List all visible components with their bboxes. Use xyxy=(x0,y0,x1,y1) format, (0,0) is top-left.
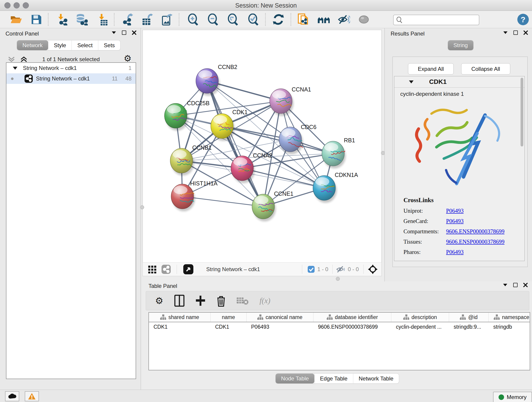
table-cell[interactable]: cyclin-dependent ... xyxy=(391,322,449,332)
search-input[interactable] xyxy=(404,17,479,23)
left-splitter-handle[interactable] xyxy=(140,205,144,209)
export-network-icon[interactable] xyxy=(121,13,133,26)
help-button[interactable]: ? xyxy=(517,14,529,25)
show-columns-icon[interactable] xyxy=(174,295,184,307)
collapse-all-button[interactable]: Collapse All xyxy=(461,63,510,75)
copy-style-icon[interactable] xyxy=(297,13,310,26)
table-cell[interactable]: CDK1 xyxy=(149,322,210,332)
table-cell[interactable]: CDK1 xyxy=(210,322,247,332)
table-cell[interactable]: 9606.ENSP00000378699 xyxy=(313,322,391,332)
function-builder-icon[interactable]: f(x) xyxy=(260,296,270,305)
collapse-all-networks-icon[interactable] xyxy=(8,56,17,63)
tab-edge-table[interactable]: Edge Table xyxy=(314,374,353,383)
panel-collapse-icon[interactable] xyxy=(111,30,116,35)
expand-all-networks-icon[interactable] xyxy=(20,56,29,63)
column-header-canonical-name[interactable]: canonical name xyxy=(247,313,313,322)
network-row-selected[interactable]: String Network – cdk1 11 48 xyxy=(6,73,136,84)
export-table-icon[interactable] xyxy=(140,13,153,26)
panel-float-icon[interactable] xyxy=(513,30,518,35)
network-node-cdk1[interactable] xyxy=(211,114,234,141)
network-collection-row[interactable]: String Network – cdk1 1 xyxy=(6,63,136,73)
hidden-eye-slash-icon[interactable] xyxy=(336,265,346,273)
panel-collapse-icon[interactable] xyxy=(503,30,508,35)
memory-button[interactable]: Memory xyxy=(493,392,532,402)
hide-selected-icon[interactable] xyxy=(337,13,350,26)
panel-float-icon[interactable] xyxy=(513,282,518,287)
first-neighbors-icon[interactable] xyxy=(317,13,330,26)
collection-network-count: 1 xyxy=(128,65,132,71)
open-session-icon[interactable] xyxy=(10,13,22,26)
panel-close-icon[interactable] xyxy=(132,30,137,35)
tab-select[interactable]: Select xyxy=(71,40,98,50)
birds-eye-toggle-icon[interactable] xyxy=(368,264,378,274)
tab-node-table[interactable]: Node Table xyxy=(276,374,314,383)
expand-all-button[interactable]: Expand All xyxy=(408,63,454,75)
column-header-namespace[interactable]: namespace xyxy=(489,313,530,322)
table-cell[interactable]: stringdb:9... xyxy=(449,322,489,332)
network-node-ccna2[interactable] xyxy=(231,156,255,183)
table-row[interactable]: CDK1CDK1P064939606.ENSP00000378699cyclin… xyxy=(149,322,530,332)
network-options-gear-icon[interactable]: ⚙ xyxy=(124,53,132,64)
panel-float-icon[interactable] xyxy=(121,30,127,35)
network-node-cdc25b[interactable] xyxy=(165,103,188,131)
network-canvas[interactable]: CCNB2CCNA1CDC25BCDK1CDC6RB1CCNB1CCNA2CDK… xyxy=(143,30,382,263)
network-graph[interactable]: CCNB2CCNA1CDC25BCDK1CDC6RB1CCNB1CCNA2CDK… xyxy=(143,30,381,262)
disclosure-triangle-icon[interactable] xyxy=(13,67,17,70)
memory-label: Memory xyxy=(507,394,527,400)
network-node-cdkn1a[interactable] xyxy=(313,176,337,203)
warnings-button[interactable] xyxy=(25,391,39,401)
selected-checkbox-icon[interactable] xyxy=(308,266,315,273)
bottom-splitter-handle[interactable] xyxy=(336,277,340,281)
crosslink-link[interactable]: 9606.ENSP00000378699 xyxy=(446,239,505,245)
show-all-icon[interactable] xyxy=(357,13,370,26)
panel-close-icon[interactable] xyxy=(523,282,528,287)
crosslink-link[interactable]: 9606.ENSP00000378699 xyxy=(446,228,505,235)
panel-close-icon[interactable] xyxy=(523,30,528,35)
cloud-status-button[interactable] xyxy=(5,391,19,401)
zoom-in-icon[interactable] xyxy=(186,13,199,26)
network-node-hist1h1a[interactable] xyxy=(171,184,195,211)
tab-sets[interactable]: Sets xyxy=(98,40,120,50)
column-header-database-identifier[interactable]: database identifier xyxy=(313,313,391,322)
network-node-ccna1[interactable] xyxy=(270,89,293,116)
panel-collapse-icon[interactable] xyxy=(503,282,508,287)
export-image-icon[interactable] xyxy=(160,13,173,26)
tab-style[interactable]: Style xyxy=(48,40,71,50)
search-field[interactable] xyxy=(393,15,479,25)
network-node-rb1[interactable] xyxy=(322,141,346,168)
crosslink-link[interactable]: P06493 xyxy=(446,218,463,224)
network-view-mode-icon[interactable] xyxy=(162,265,171,274)
column-header-name[interactable]: name xyxy=(210,313,247,322)
column-header-id[interactable]: @id xyxy=(449,313,489,322)
crosslink-link[interactable]: P06493 xyxy=(446,208,463,214)
zoom-fit-icon[interactable] xyxy=(226,13,239,26)
shared-column-tree-icon xyxy=(460,314,466,320)
network-node-ccnb2[interactable] xyxy=(196,69,220,96)
column-header-shared-name[interactable]: shared name xyxy=(149,313,210,322)
apply-layout-icon[interactable] xyxy=(272,13,285,26)
delete-column-icon[interactable] xyxy=(216,295,226,307)
tab-string[interactable]: String xyxy=(448,40,473,50)
import-network-from-database-icon[interactable] xyxy=(75,13,88,26)
tab-network[interactable]: Network xyxy=(17,40,48,50)
tab-network-table[interactable]: Network Table xyxy=(353,374,399,383)
detach-view-icon[interactable] xyxy=(183,264,193,274)
zoom-out-icon[interactable] xyxy=(206,13,219,26)
table-cell[interactable]: stringdb xyxy=(489,322,530,332)
gene-card-header[interactable]: CDK1 xyxy=(394,76,525,88)
crosslink-link[interactable]: P06493 xyxy=(446,249,463,255)
table-options-gear-icon[interactable]: ⚙ xyxy=(155,295,163,306)
column-header-description[interactable]: description xyxy=(391,313,449,322)
import-network-icon[interactable] xyxy=(56,13,69,26)
import-table-icon[interactable] xyxy=(96,13,109,26)
create-column-icon[interactable] xyxy=(196,295,206,306)
save-session-icon[interactable] xyxy=(30,13,43,26)
network-node-ccne1[interactable] xyxy=(252,194,276,221)
disclosure-triangle-icon[interactable] xyxy=(409,80,413,83)
grid-view-icon[interactable] xyxy=(148,265,157,274)
table-cell[interactable]: P06493 xyxy=(247,322,313,332)
table-tabs: Node TableEdge TableNetwork Table xyxy=(143,374,532,383)
delete-table-icon[interactable] xyxy=(237,297,249,305)
zoom-selected-icon[interactable] xyxy=(247,13,260,26)
results-scrollbar[interactable] xyxy=(520,78,523,147)
